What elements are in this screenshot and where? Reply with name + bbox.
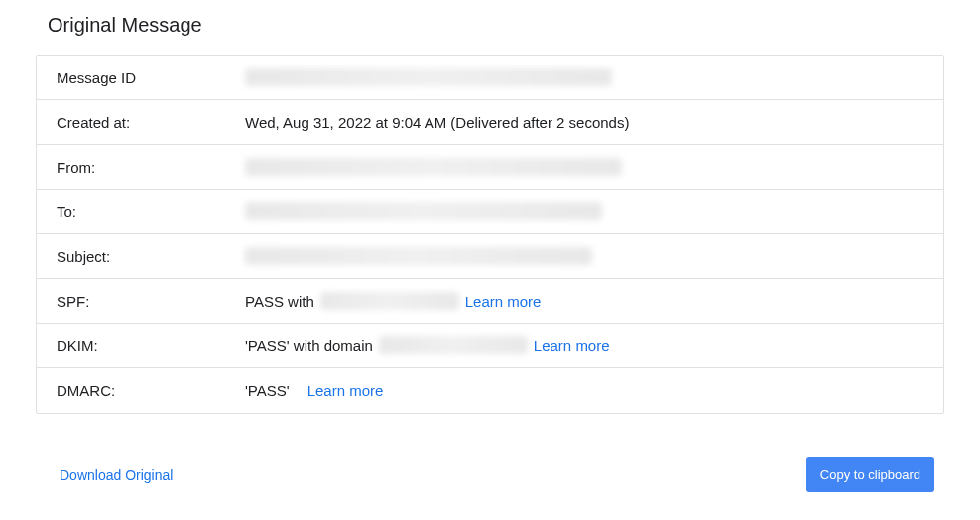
row-dkim: DKIM: 'PASS' with domain Learn more (37, 324, 943, 368)
row-created-at: Created at: Wed, Aug 31, 2022 at 9:04 AM… (37, 100, 943, 145)
row-dmarc: DMARC: 'PASS' Learn more (37, 368, 943, 413)
actions-bar: Download Original Copy to clipboard (36, 457, 944, 492)
row-subject: Subject: (37, 234, 943, 279)
dmarc-learn-more-link[interactable]: Learn more (307, 382, 384, 399)
row-spf: SPF: PASS with Learn more (37, 279, 943, 324)
value-spf: PASS with Learn more (245, 292, 923, 310)
spf-learn-more-link[interactable]: Learn more (465, 293, 542, 310)
row-from: From: (37, 145, 943, 190)
value-created-at: Wed, Aug 31, 2022 at 9:04 AM (Delivered … (245, 114, 923, 131)
redacted-subject (245, 247, 592, 265)
redacted-spf-ip (320, 292, 459, 310)
message-details-table: Message ID Created at: Wed, Aug 31, 2022… (36, 55, 944, 414)
dmarc-value: 'PASS' (245, 382, 290, 399)
label-subject: Subject: (57, 248, 245, 265)
value-dmarc: 'PASS' Learn more (245, 382, 923, 399)
value-subject (245, 247, 923, 265)
copy-to-clipboard-button[interactable]: Copy to clipboard (806, 457, 934, 492)
value-dkim: 'PASS' with domain Learn more (245, 336, 923, 354)
label-created-at: Created at: (57, 114, 245, 131)
label-to: To: (57, 203, 245, 220)
page-title: Original Message (48, 14, 944, 37)
label-from: From: (57, 159, 245, 176)
label-spf: SPF: (57, 293, 245, 310)
value-message-id (245, 68, 923, 86)
row-to: To: (37, 190, 943, 234)
download-original-link[interactable]: Download Original (60, 467, 173, 483)
redacted-message-id (245, 68, 612, 86)
value-to (245, 202, 923, 220)
dkim-learn-more-link[interactable]: Learn more (534, 337, 610, 354)
label-message-id: Message ID (57, 69, 245, 86)
label-dmarc: DMARC: (57, 382, 245, 399)
spf-prefix: PASS with (245, 293, 314, 310)
dkim-prefix: 'PASS' with domain (245, 337, 373, 354)
row-message-id: Message ID (37, 56, 943, 100)
redacted-to (245, 202, 602, 220)
redacted-from (245, 158, 622, 176)
redacted-dkim-domain (379, 336, 528, 354)
value-from (245, 158, 923, 176)
label-dkim: DKIM: (57, 337, 245, 354)
